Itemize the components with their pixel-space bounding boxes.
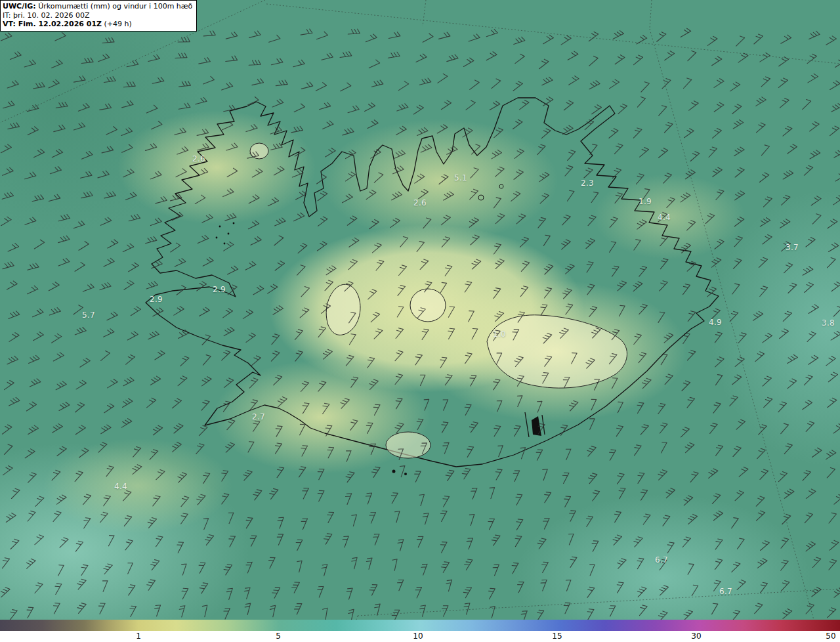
glacier-outline-myrdalsjokull (386, 432, 430, 458)
lake-myvatn (478, 195, 484, 200)
valid-time-line: VT: Fim. 12.02.2026 01Z (+49 h) (3, 20, 192, 29)
glacier-outline-vatnajokull (487, 315, 627, 388)
weather-map-app: 2.65.12.62.31.94.43.72.92.95.74.93.81.02… (0, 0, 840, 642)
colorbar: 1510153050 (0, 620, 840, 642)
graticule-line (358, 589, 840, 616)
island-breidafjordur (233, 223, 235, 225)
precip-value-label: 2.3 (581, 179, 594, 188)
precip-value-label: 4.9 (709, 318, 722, 327)
colorbar-tick-label: 5 (276, 631, 281, 641)
precip-value-label: 3.7 (786, 243, 799, 252)
precip-value-label: 2.7 (252, 412, 265, 421)
island-vestmannaeyjar (404, 473, 407, 475)
valid-time-suffix: (+49 h) (102, 20, 132, 28)
product-label: UWC/IG: (3, 2, 36, 11)
colorbar-labels: 1510153050 (0, 631, 840, 642)
graticule-line (650, 0, 652, 29)
colorbar-tick-label: 1 (136, 631, 141, 641)
map-canvas: 2.65.12.62.31.94.43.72.92.95.74.93.81.02… (0, 0, 840, 620)
colorbar-gradient (0, 620, 840, 631)
island-vestmannaeyjar (392, 470, 396, 473)
precip-value-label: 2.6 (413, 198, 427, 207)
map-overlay (0, 0, 840, 620)
colorbar-tick-label: 10 (413, 631, 423, 641)
precip-value-label: 6.7 (655, 555, 668, 565)
precip-value-label: 4.4 (114, 482, 127, 491)
precip-value-label: 2.9 (213, 285, 226, 294)
precip-value-label: 1.9 (639, 197, 652, 206)
colorbar-tick-label: 30 (691, 631, 701, 641)
precip-value-label: 2.6 (192, 154, 205, 163)
product-title-line: UWC/IG: Úrkomumætti (mm) og vindur i 100… (3, 2, 192, 11)
valid-time: VT: Fim. 12.02.2026 01Z (3, 20, 102, 28)
precip-value-label: 5.1 (454, 173, 467, 182)
init-time: IT: þri. 10. 02. 2026 00Z (3, 11, 192, 20)
colorbar-tick-label: 50 (826, 631, 835, 641)
precip-value-label: 1.0 (493, 330, 506, 339)
glacier-outline-langjokull (326, 284, 360, 335)
lake-small (499, 184, 503, 188)
precip-value-label: 3.8 (822, 318, 835, 328)
iceland-coastline (146, 98, 719, 467)
info-box: UWC/IG: Úrkomumætti (mm) og vindur i 100… (0, 0, 197, 32)
precip-value-label: 6.7 (719, 587, 732, 596)
product-title: Úrkomumætti (mm) og vindur i 100m hæð (36, 2, 193, 11)
island-breidafjordur (224, 243, 226, 245)
precip-value-label: 4.4 (658, 213, 671, 222)
glacier-outline-hofsjokull (410, 289, 446, 322)
graticule-line (423, 0, 426, 26)
precip-value-label: 2.9 (150, 295, 163, 304)
island-breidafjordur (216, 237, 218, 239)
precip-value-label: 5.7 (82, 310, 95, 320)
island-breidafjordur (219, 226, 221, 228)
graticule-line (650, 29, 814, 620)
colorbar-tick-label: 15 (552, 631, 562, 641)
island-breidafjordur (228, 233, 230, 235)
river-delta (532, 416, 541, 436)
